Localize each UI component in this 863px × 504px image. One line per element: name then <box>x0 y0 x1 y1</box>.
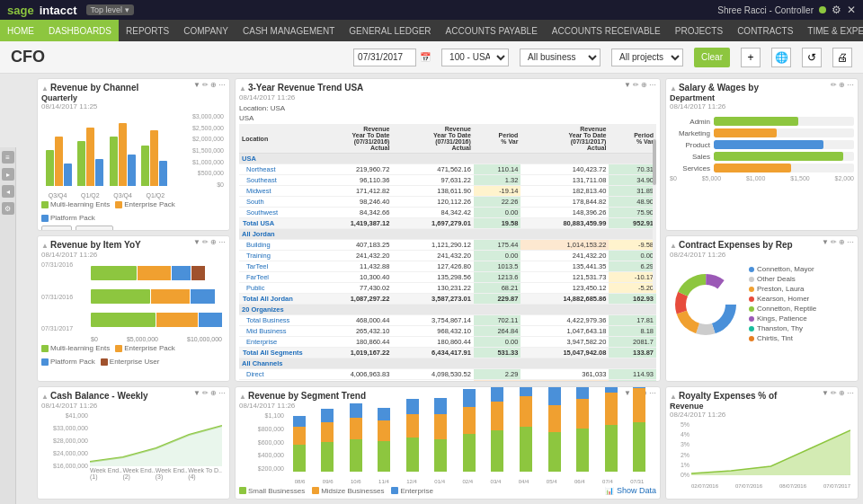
more-icon[interactable]: ⋯ <box>218 81 226 89</box>
filter-icon[interactable]: ▼ <box>624 81 631 89</box>
table-row: Total All Segments 1,019,167.22 6,434,41… <box>239 348 656 358</box>
filter-icon[interactable]: ▼ <box>193 389 200 397</box>
edit-icon[interactable]: ✏ <box>202 81 209 89</box>
edit-icon[interactable]: ✏ <box>202 238 209 246</box>
row-label[interactable]: Northeast <box>239 164 311 175</box>
date-filter: 📅 <box>353 49 431 66</box>
reorder-button[interactable]: Reorder <box>76 225 114 231</box>
bar-group-2 <box>77 128 103 186</box>
filter-icon[interactable]: ▼ <box>624 389 631 397</box>
more-icon[interactable]: ⋯ <box>847 238 854 246</box>
nav-reports[interactable]: REPORTS <box>119 20 176 41</box>
nav-general-ledger[interactable]: GENERAL LEDGER <box>342 20 438 41</box>
zoom-icon[interactable]: ⊕ <box>839 238 845 246</box>
sidebar-icon-collapse[interactable]: ◂ <box>2 185 14 198</box>
dept-row-product: Product <box>670 140 854 149</box>
hbar-row-3 <box>91 313 222 327</box>
nav-dashboards[interactable]: DASHBOARDS <box>41 20 119 41</box>
cash-chart: $41,000 $33,000,000 $28,000,000 $24,000,… <box>41 412 226 480</box>
more-icon[interactable]: ⋯ <box>847 389 854 397</box>
left-sidebar: ≡ ▸ ◂ ⚙ <box>0 147 16 504</box>
nav-time-expenses[interactable]: TIME & EXPENSES <box>800 20 863 41</box>
close-icon[interactable]: ✕ <box>847 4 856 16</box>
table-row: Mid Business 265,432.10 968,432.10 264.8… <box>239 326 656 337</box>
widget-header: ▲ Cash Balance - Weekly 08/14/2017 11:26… <box>41 391 226 412</box>
filter-icon[interactable]: ▼ <box>193 81 200 89</box>
hbar-seg <box>151 289 191 304</box>
clear-button[interactable]: Clear <box>694 48 730 67</box>
projects-select[interactable]: All projects <box>611 49 683 66</box>
edit-icon[interactable]: ✏ <box>831 81 837 89</box>
dept-row-marketing: Marketing <box>670 128 854 137</box>
refresh-button[interactable]: ↺ <box>802 48 822 67</box>
table-row: Direct 4,006,963.83 4,098,530.52 2.29 36… <box>239 369 656 380</box>
edit-icon[interactable]: ✏ <box>202 389 209 397</box>
add-button[interactable]: + <box>741 48 761 67</box>
sage-logo: sage <box>7 4 34 17</box>
zoom-icon[interactable]: ⊕ <box>210 389 217 397</box>
table-row: Southeast 96,110.36 97,631.22 1.32 131,7… <box>239 175 656 186</box>
widget-buttons: Chart Reorder <box>41 225 226 231</box>
more-icon[interactable]: ⋯ <box>218 389 226 397</box>
zoom-icon[interactable]: ⊕ <box>210 238 217 246</box>
seg-bar-group <box>350 403 362 472</box>
revenue-item-widget: ▲ Revenue by Item YoY 08/14/2017 11:26 ▼… <box>37 235 230 382</box>
chart-button[interactable]: Chart <box>41 225 72 231</box>
nav-company[interactable]: COMPANY <box>176 20 236 41</box>
table-row: Public 77,430.02 130,231.22 68.21 123,45… <box>239 283 656 294</box>
business-select[interactable]: All business <box>520 49 601 66</box>
scrollbar-track[interactable] <box>653 139 656 290</box>
revenue-trend-widget: ▲ 3-Year Revenue Trend USA 08/14/2017 11… <box>235 78 661 382</box>
revenue-item-chart: 07/31/2016 07/31/2016 07/31/2017 <box>41 261 226 342</box>
nav-contracts[interactable]: CONTRACTS <box>730 20 800 41</box>
edit-icon[interactable]: ✏ <box>831 389 837 397</box>
entity-select[interactable]: 100 - USA <box>441 49 509 66</box>
filter-icon[interactable]: ▼ <box>822 238 829 246</box>
nav-projects[interactable]: PROJECTS <box>668 20 730 41</box>
nav-cash-management[interactable]: CASH MANAGEMENT <box>236 20 342 41</box>
x-axis-labels: Q3/Q4Q1/Q2Q3/Q4Q1/Q2 <box>41 192 172 199</box>
zoom-icon[interactable]: ⊕ <box>641 81 647 89</box>
y-axis: $41,000 $33,000,000 $28,000,000 $24,000,… <box>41 412 88 469</box>
sidebar-icon-settings[interactable]: ⚙ <box>2 202 14 215</box>
settings-icon[interactable]: ⚙ <box>832 4 841 16</box>
calendar-icon[interactable]: 📅 <box>420 52 431 62</box>
zoom-icon[interactable]: ⊕ <box>839 389 845 397</box>
zoom-icon[interactable]: ⊕ <box>210 81 217 89</box>
dept-row-admin: Admin <box>670 117 854 126</box>
segment-legend: Small Businesses Midsize Businesses Ente… <box>239 486 656 495</box>
bar-chart-area <box>41 113 172 188</box>
sidebar-icon-menu[interactable]: ≡ <box>2 151 14 164</box>
more-icon[interactable]: ⋯ <box>218 238 226 246</box>
zoom-icon[interactable]: ⊕ <box>839 81 845 89</box>
more-icon[interactable]: ⋯ <box>847 81 854 89</box>
top-level-badge[interactable]: Top level ▾ <box>86 4 134 15</box>
nav-home[interactable]: HOME <box>0 20 41 41</box>
widget-header: ▲ 3-Year Revenue Trend USA 08/14/2017 11… <box>239 83 656 104</box>
table-row: TarTeel 11,432.88 127,426.80 1013.5 135,… <box>239 261 656 272</box>
show-data-button[interactable]: 📊 Show Data <box>605 486 656 495</box>
bar-smb <box>110 137 118 186</box>
edit-icon[interactable]: ✏ <box>633 81 639 89</box>
nav-accounts-receivable[interactable]: ACCOUNTS RECEIVABLE <box>545 20 668 41</box>
nav-accounts-payable[interactable]: ACCOUNTS PAYABLE <box>439 20 545 41</box>
more-icon[interactable]: ⋯ <box>649 389 656 397</box>
filter-icon[interactable]: ▼ <box>193 238 200 246</box>
date-input[interactable] <box>353 49 416 66</box>
legend-smb-label: Small Businesses <box>248 487 305 495</box>
filter-icon[interactable]: ▼ <box>822 389 829 397</box>
more-icon[interactable]: ⋯ <box>649 81 656 89</box>
widget-header: ▲ Revenue by Channel Quarterly 08/14/201… <box>41 83 226 113</box>
sidebar-icon-expand[interactable]: ▸ <box>2 168 14 181</box>
bar-group-1 <box>46 137 72 186</box>
globe-button[interactable]: 🌐 <box>771 48 791 67</box>
legend: Multi-learning Ents Enterprise Pack Plat… <box>41 344 226 366</box>
revenue-table: Location RevenueYear To Date(07/31/2016)… <box>239 124 656 382</box>
nav-bar: HOME DASHBOARDS REPORTS COMPANY CASH MAN… <box>0 20 863 41</box>
print-button[interactable]: 🖨 <box>832 48 852 67</box>
main-layout: ≡ ▸ ◂ ⚙ ▲ Revenue by Channel Quarterly 0… <box>0 74 863 504</box>
intacct-logo: intacct <box>40 4 77 17</box>
salary-title2: Department <box>670 93 831 102</box>
edit-icon[interactable]: ✏ <box>831 238 837 246</box>
seg-bar-group <box>633 386 645 472</box>
